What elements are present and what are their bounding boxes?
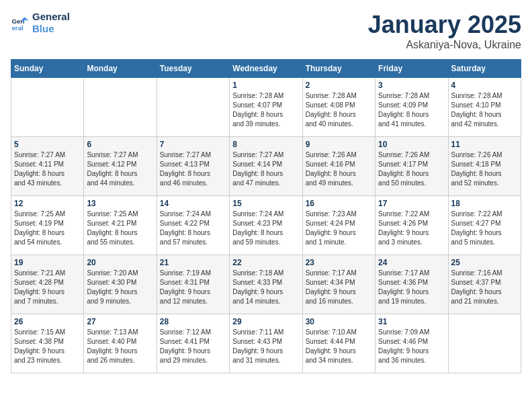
day-cell: 16Sunrise: 7:23 AMSunset: 4:24 PMDayligh… [302, 196, 375, 255]
day-number: 8 [232, 140, 299, 149]
day-header-wednesday: Wednesday [230, 60, 302, 78]
day-cell [157, 78, 229, 137]
week-row-4: 19Sunrise: 7:21 AMSunset: 4:28 PMDayligh… [11, 255, 521, 314]
month-title: January 2025 [368, 11, 521, 39]
day-info: Sunrise: 7:16 AMSunset: 4:37 PMDaylight:… [451, 269, 518, 306]
day-info: Sunrise: 7:28 AMSunset: 4:07 PMDaylight:… [232, 91, 299, 129]
week-row-3: 12Sunrise: 7:25 AMSunset: 4:19 PMDayligh… [11, 196, 521, 255]
day-cell: 14Sunrise: 7:24 AMSunset: 4:22 PMDayligh… [157, 196, 229, 255]
logo-icon: Gen eral [11, 13, 30, 32]
title-area: January 2025 Askaniya-Nova, Ukraine [368, 11, 521, 51]
day-cell: 18Sunrise: 7:22 AMSunset: 4:27 PMDayligh… [448, 196, 521, 255]
day-header-tuesday: Tuesday [157, 60, 229, 78]
day-number: 3 [378, 81, 445, 90]
day-number: 17 [378, 199, 445, 208]
day-info: Sunrise: 7:26 AMSunset: 4:16 PMDaylight:… [306, 150, 372, 188]
day-info: Sunrise: 7:21 AMSunset: 4:28 PMDaylight:… [14, 269, 81, 306]
day-cell: 29Sunrise: 7:11 AMSunset: 4:43 PMDayligh… [230, 314, 302, 373]
day-number: 29 [232, 317, 299, 326]
day-info: Sunrise: 7:27 AMSunset: 4:12 PMDaylight:… [87, 150, 153, 188]
day-info: Sunrise: 7:10 AMSunset: 4:44 PMDaylight:… [306, 328, 372, 365]
subtitle: Askaniya-Nova, Ukraine [368, 39, 521, 51]
day-cell: 24Sunrise: 7:17 AMSunset: 4:36 PMDayligh… [375, 255, 448, 314]
day-number: 12 [14, 199, 81, 208]
day-number: 28 [160, 317, 226, 326]
day-number: 4 [451, 81, 518, 90]
calendar-header-row: SundayMondayTuesdayWednesdayThursdayFrid… [11, 60, 521, 78]
day-cell [84, 78, 157, 137]
day-info: Sunrise: 7:17 AMSunset: 4:34 PMDaylight:… [306, 269, 372, 306]
day-info: Sunrise: 7:22 AMSunset: 4:27 PMDaylight:… [451, 210, 518, 247]
day-cell [11, 78, 84, 137]
logo-line2: Blue [32, 23, 70, 35]
day-header-thursday: Thursday [302, 60, 375, 78]
day-info: Sunrise: 7:28 AMSunset: 4:10 PMDaylight:… [451, 91, 518, 129]
day-info: Sunrise: 7:28 AMSunset: 4:09 PMDaylight:… [378, 91, 445, 129]
day-info: Sunrise: 7:27 AMSunset: 4:14 PMDaylight:… [232, 150, 299, 188]
day-cell: 5Sunrise: 7:27 AMSunset: 4:11 PMDaylight… [11, 137, 84, 196]
day-number: 6 [87, 140, 153, 149]
day-number: 16 [306, 199, 372, 208]
day-number: 26 [14, 317, 81, 326]
day-cell: 19Sunrise: 7:21 AMSunset: 4:28 PMDayligh… [11, 255, 84, 314]
logo: Gen eral General Blue [11, 11, 70, 35]
day-number: 25 [451, 258, 518, 267]
day-cell: 6Sunrise: 7:27 AMSunset: 4:12 PMDaylight… [84, 137, 157, 196]
day-number: 7 [160, 140, 226, 149]
week-row-1: 1Sunrise: 7:28 AMSunset: 4:07 PMDaylight… [11, 78, 521, 137]
day-info: Sunrise: 7:12 AMSunset: 4:41 PMDaylight:… [160, 328, 226, 365]
day-cell: 31Sunrise: 7:09 AMSunset: 4:46 PMDayligh… [375, 314, 448, 373]
day-info: Sunrise: 7:26 AMSunset: 4:17 PMDaylight:… [378, 150, 445, 188]
week-row-2: 5Sunrise: 7:27 AMSunset: 4:11 PMDaylight… [11, 137, 521, 196]
day-number: 30 [306, 317, 372, 326]
day-info: Sunrise: 7:11 AMSunset: 4:43 PMDaylight:… [232, 328, 299, 365]
day-cell: 26Sunrise: 7:15 AMSunset: 4:38 PMDayligh… [11, 314, 84, 373]
day-number: 23 [306, 258, 372, 267]
header: Gen eral General Blue January 2025 Askan… [11, 11, 521, 51]
day-number: 22 [232, 258, 299, 267]
week-row-5: 26Sunrise: 7:15 AMSunset: 4:38 PMDayligh… [11, 314, 521, 373]
day-cell: 30Sunrise: 7:10 AMSunset: 4:44 PMDayligh… [302, 314, 375, 373]
svg-text:eral: eral [11, 24, 24, 32]
day-cell: 10Sunrise: 7:26 AMSunset: 4:17 PMDayligh… [375, 137, 448, 196]
day-cell: 11Sunrise: 7:26 AMSunset: 4:18 PMDayligh… [448, 137, 521, 196]
day-number: 5 [14, 140, 81, 149]
day-info: Sunrise: 7:22 AMSunset: 4:26 PMDaylight:… [378, 210, 445, 247]
day-info: Sunrise: 7:19 AMSunset: 4:31 PMDaylight:… [160, 269, 226, 306]
day-number: 24 [378, 258, 445, 267]
calendar-table: SundayMondayTuesdayWednesdayThursdayFrid… [11, 59, 521, 373]
day-info: Sunrise: 7:26 AMSunset: 4:18 PMDaylight:… [451, 150, 518, 188]
day-number: 14 [160, 199, 226, 208]
day-number: 2 [306, 81, 372, 90]
day-number: 31 [378, 317, 445, 326]
day-number: 13 [87, 199, 153, 208]
day-info: Sunrise: 7:24 AMSunset: 4:22 PMDaylight:… [160, 210, 226, 247]
day-cell: 1Sunrise: 7:28 AMSunset: 4:07 PMDaylight… [230, 78, 302, 137]
day-cell: 28Sunrise: 7:12 AMSunset: 4:41 PMDayligh… [157, 314, 229, 373]
day-cell [448, 314, 521, 373]
day-info: Sunrise: 7:09 AMSunset: 4:46 PMDaylight:… [378, 328, 445, 365]
day-info: Sunrise: 7:17 AMSunset: 4:36 PMDaylight:… [378, 269, 445, 306]
day-cell: 17Sunrise: 7:22 AMSunset: 4:26 PMDayligh… [375, 196, 448, 255]
day-cell: 12Sunrise: 7:25 AMSunset: 4:19 PMDayligh… [11, 196, 84, 255]
day-cell: 7Sunrise: 7:27 AMSunset: 4:13 PMDaylight… [157, 137, 229, 196]
day-info: Sunrise: 7:27 AMSunset: 4:11 PMDaylight:… [14, 150, 81, 188]
day-number: 21 [160, 258, 226, 267]
day-cell: 21Sunrise: 7:19 AMSunset: 4:31 PMDayligh… [157, 255, 229, 314]
day-number: 11 [451, 140, 518, 149]
day-number: 10 [378, 140, 445, 149]
day-info: Sunrise: 7:13 AMSunset: 4:40 PMDaylight:… [87, 328, 153, 365]
day-number: 18 [451, 199, 518, 208]
day-info: Sunrise: 7:25 AMSunset: 4:21 PMDaylight:… [87, 210, 153, 247]
day-info: Sunrise: 7:20 AMSunset: 4:30 PMDaylight:… [87, 269, 153, 306]
day-cell: 22Sunrise: 7:18 AMSunset: 4:33 PMDayligh… [230, 255, 302, 314]
day-cell: 2Sunrise: 7:28 AMSunset: 4:08 PMDaylight… [302, 78, 375, 137]
day-cell: 15Sunrise: 7:24 AMSunset: 4:23 PMDayligh… [230, 196, 302, 255]
day-header-monday: Monday [84, 60, 157, 78]
day-info: Sunrise: 7:24 AMSunset: 4:23 PMDaylight:… [232, 210, 299, 247]
day-number: 9 [306, 140, 372, 149]
day-info: Sunrise: 7:27 AMSunset: 4:13 PMDaylight:… [160, 150, 226, 188]
day-cell: 9Sunrise: 7:26 AMSunset: 4:16 PMDaylight… [302, 137, 375, 196]
day-number: 1 [232, 81, 299, 90]
day-cell: 3Sunrise: 7:28 AMSunset: 4:09 PMDaylight… [375, 78, 448, 137]
